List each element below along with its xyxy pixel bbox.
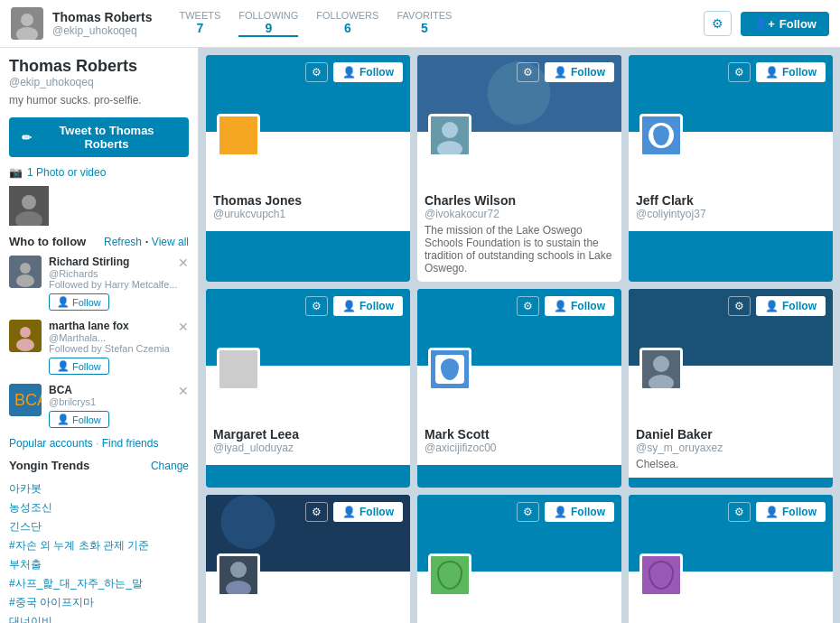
suggestion-follow-button[interactable]: 👤 Follow xyxy=(49,293,109,311)
suggestion-follow-button[interactable]: 👤 Follow xyxy=(49,411,109,428)
suggestion-follow-button[interactable]: 👤 Follow xyxy=(49,358,109,375)
header-username: Thomas Roberts xyxy=(52,10,152,24)
suggestion-info: Richard Stirling @Richards Followed by H… xyxy=(49,256,189,311)
card-settings-button[interactable]: ⚙ xyxy=(517,502,539,522)
trend-item[interactable]: #자손 외 누계 초화 관제 기준 xyxy=(9,536,189,555)
card-settings-button[interactable]: ⚙ xyxy=(728,62,751,82)
card-settings-button[interactable]: ⚙ xyxy=(728,502,751,522)
dismiss-suggestion-button[interactable]: ✕ xyxy=(178,384,189,398)
find-friends-link[interactable]: Find friends xyxy=(102,437,159,450)
card-handle: @iyad_uloduyaz xyxy=(213,442,403,454)
card-follow-button[interactable]: 👤 Follow xyxy=(545,296,614,316)
trend-item[interactable]: 부처출 xyxy=(9,555,189,574)
user-card-jeff-hernandez: ⚙ 👤 Follow Jeff Hernandez @ubavusicauly9… xyxy=(417,495,621,623)
change-trends-link[interactable]: Change xyxy=(151,460,189,472)
card-settings-button[interactable]: ⚙ xyxy=(305,296,328,316)
suggestion-item: martha lane fox @Marthala... Followed by… xyxy=(9,320,189,375)
view-all-link[interactable]: View all xyxy=(152,236,189,248)
trend-item[interactable]: #중국 아이프지마 xyxy=(9,593,189,612)
card-bio: The mission of the Lake Oswego Schools F… xyxy=(425,224,614,274)
suggestion-info: BCA @brilcrys1 👤 Follow xyxy=(49,384,189,428)
grid-row-2: ⚙ 👤 Follow Margaret Leea @iyad_uloduyaz xyxy=(206,289,833,488)
refresh-link[interactable]: Refresh xyxy=(104,236,142,248)
profile-handle: @ekip_uhokoqeq xyxy=(9,76,189,88)
svg-point-21 xyxy=(653,356,669,372)
profile-name: Thomas Roberts xyxy=(9,57,189,76)
content-grid: ⚙ 👤 Follow Thomas Jones @urukcvupch1 xyxy=(199,48,840,623)
person-add-icon: 👤 xyxy=(765,506,779,518)
card-follow-button[interactable]: 👤 Follow xyxy=(756,296,826,316)
header-user-info: Thomas Roberts @ekip_uhokoqeq xyxy=(52,10,152,37)
card-settings-button[interactable]: ⚙ xyxy=(517,62,539,82)
suggestion-avatar xyxy=(9,256,42,288)
stat-tweets[interactable]: TWEETS 7 xyxy=(179,10,220,37)
photo-video-link[interactable]: 📷 1 Photo or video xyxy=(9,166,189,179)
dismiss-suggestion-button[interactable]: ✕ xyxy=(178,256,189,270)
trend-item[interactable]: 아카봇 xyxy=(9,479,189,498)
sidebar: Thomas Roberts @ekip_uhokoqeq my humor s… xyxy=(0,48,199,623)
card-follow-button[interactable]: 👤 Follow xyxy=(756,502,826,522)
user-card-thomas-jones: ⚙ 👤 Follow Thomas Jones @urukcvupch1 xyxy=(206,55,410,282)
card-username: Daniel Baker xyxy=(636,427,826,442)
card-follow-button[interactable]: 👤 Follow xyxy=(545,502,614,522)
card-avatar xyxy=(428,553,471,597)
card-follow-button[interactable]: 👤 Follow xyxy=(545,62,614,82)
stat-followers[interactable]: FOLLOWERS 6 xyxy=(316,10,378,37)
card-follow-button[interactable]: 👤 Follow xyxy=(756,62,826,82)
card-avatar xyxy=(639,114,683,157)
person-add-icon: 👤 xyxy=(765,300,779,312)
card-username: Mark Scott xyxy=(425,427,614,442)
person-add-icon: 👤 xyxy=(342,300,356,312)
card-settings-button[interactable]: ⚙ xyxy=(517,296,539,316)
svg-text:BCA: BCA xyxy=(14,391,42,409)
card-follow-button[interactable]: 👤 Follow xyxy=(333,502,403,522)
card-settings-button[interactable]: ⚙ xyxy=(728,296,751,316)
card-username: Thomas Jones xyxy=(213,193,403,208)
svg-point-24 xyxy=(221,495,275,549)
card-handle: @axicijifizoc00 xyxy=(425,442,614,454)
trend-item[interactable]: 농성조신 xyxy=(9,498,189,517)
card-avatar xyxy=(639,553,683,597)
popular-accounts-link[interactable]: Popular accounts xyxy=(9,437,93,450)
user-card-daniel-baker: ⚙ 👤 Follow Daniel Baker @sy_m_oruyaxez C… xyxy=(629,289,833,488)
card-follow-button[interactable]: 👤 Follow xyxy=(333,62,403,82)
camera-icon: 📷 xyxy=(9,166,23,179)
person-add-icon: 👤 xyxy=(554,506,567,518)
header-follow-button[interactable]: 👤+ Follow xyxy=(741,12,829,36)
follow-nav-links: Refresh · View all xyxy=(104,235,189,248)
trend-item[interactable]: 긴스단 xyxy=(9,517,189,536)
person-add-icon: 👤 xyxy=(554,300,567,312)
person-add-icon: 👤 xyxy=(57,296,70,308)
profile-section: Thomas Roberts @ekip_uhokoqeq my humor s… xyxy=(9,57,189,107)
card-settings-button[interactable]: ⚙ xyxy=(305,62,328,82)
trend-item[interactable]: #사프_핥_대_자주_하는_말 xyxy=(9,574,189,593)
tweet-button[interactable]: ✏ Tweet to Thomas Roberts xyxy=(9,117,189,157)
svg-point-11 xyxy=(16,339,34,351)
card-username: Margaret Leea xyxy=(213,427,403,442)
header-actions: ⚙ 👤+ Follow xyxy=(704,11,829,36)
suggestion-info: martha lane fox @Marthala... Followed by… xyxy=(49,320,189,375)
person-plus-icon: 👤+ xyxy=(753,17,775,31)
stat-favorites[interactable]: FAVORITES 5 xyxy=(397,10,452,37)
person-add-icon: 👤 xyxy=(554,66,567,79)
edit-icon: ✏ xyxy=(22,131,32,144)
grid-row-3: ⚙ 👤 Follow Margaret Millera @eilreko:ou0… xyxy=(206,495,833,623)
trends-section: Yongin Trends Change 아카봇 농성조신 긴스단 #자손 외 … xyxy=(9,459,189,623)
egg-avatar xyxy=(649,561,674,590)
person-add-icon: 👤 xyxy=(342,66,356,79)
header-stats: TWEETS 7 FOLLOWING 9 FOLLOWERS 6 FAVORIT… xyxy=(179,10,452,37)
person-add-icon: 👤 xyxy=(765,66,779,79)
settings-button[interactable]: ⚙ xyxy=(704,11,732,36)
stat-following[interactable]: FOLLOWING 9 xyxy=(238,10,298,37)
user-card-margaret-millera: ⚙ 👤 Follow Margaret Millera @eilreko:ou0… xyxy=(206,495,410,623)
dismiss-suggestion-button[interactable]: ✕ xyxy=(178,320,189,334)
card-follow-button[interactable]: 👤 Follow xyxy=(333,296,403,316)
card-settings-button[interactable]: ⚙ xyxy=(305,502,328,522)
svg-point-26 xyxy=(230,562,247,578)
person-add-icon: 👤 xyxy=(342,506,356,518)
svg-point-8 xyxy=(16,274,34,287)
header-user-handle: @ekip_uhokoqeq xyxy=(52,24,152,37)
card-handle: @coliyintyoj37 xyxy=(636,208,826,220)
page: Thomas Roberts @ekip_uhokoqeq TWEETS 7 F… xyxy=(0,0,840,623)
trend-item[interactable]: 대너이비 xyxy=(9,612,189,623)
